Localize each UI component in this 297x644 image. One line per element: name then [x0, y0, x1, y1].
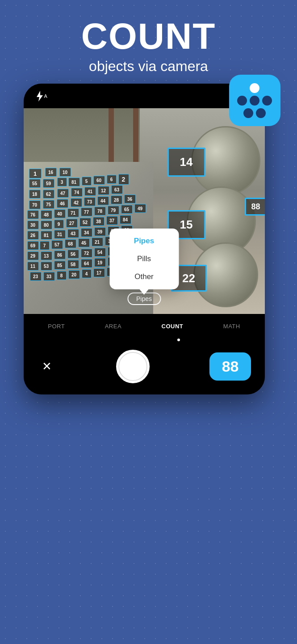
dropdown-item-pills[interactable]: Pills: [109, 250, 179, 268]
num-box: 42: [71, 198, 82, 207]
num-box-large-88: 88: [245, 198, 265, 216]
num-box: 69: [27, 241, 39, 250]
num-box: 73: [84, 197, 96, 206]
num-box: 59: [43, 179, 54, 188]
phone-top-bar: A i: [24, 84, 265, 108]
num-box: 16: [45, 168, 57, 177]
num-box: 60: [93, 176, 105, 185]
num-box: 64: [81, 259, 92, 268]
num-box: 68: [65, 239, 76, 248]
num-box: 56: [67, 250, 79, 258]
num-box: 19: [94, 258, 106, 267]
num-box: 63: [111, 185, 123, 194]
icon-dot: [256, 108, 266, 118]
sub-title: objects via camera: [18, 58, 279, 75]
num-box: 3: [57, 178, 67, 186]
num-box: 40: [54, 209, 66, 218]
num-box: 85: [54, 261, 66, 270]
num-box: 53: [41, 262, 52, 271]
num-box: 2: [118, 174, 129, 185]
num-box: 37: [106, 216, 118, 225]
num-box: 72: [81, 249, 92, 258]
nav-tabs: PORT AREA COUNT MATH: [24, 318, 265, 334]
camera-view: 1 16 10 55 59 3 81 5 60 6 2 18 62 47 74 …: [24, 108, 265, 314]
num-box: 65: [121, 205, 133, 214]
shutter-button[interactable]: [116, 350, 150, 383]
num-box: 8: [57, 271, 67, 280]
active-tab-dot: [177, 339, 180, 341]
close-button[interactable]: ✕: [37, 357, 57, 377]
num-box: 78: [94, 207, 106, 216]
flash-icon[interactable]: A: [35, 91, 47, 102]
num-box: 17: [93, 268, 105, 277]
num-box: 12: [98, 186, 109, 195]
icon-dot: [243, 108, 253, 118]
bottom-controls: ✕ 88: [24, 343, 265, 394]
num-box: 38: [93, 217, 105, 226]
num-box-large-14: 14: [167, 148, 205, 177]
num-box: 46: [57, 199, 68, 208]
dropdown-item-pipes[interactable]: Pipes: [109, 232, 179, 250]
num-box: 44: [97, 196, 109, 205]
num-box: 20: [68, 270, 80, 279]
phone-frame: A i: [24, 84, 265, 394]
num-box: 1: [29, 169, 42, 178]
tab-area[interactable]: AREA: [101, 321, 125, 331]
num-box: 47: [57, 189, 69, 198]
tab-port[interactable]: PORT: [44, 321, 68, 331]
dropdown-item-other[interactable]: Other: [109, 268, 179, 286]
num-box: 54: [94, 248, 106, 257]
num-box: 23: [30, 272, 42, 281]
num-box: 28: [111, 195, 122, 204]
num-box: 7: [40, 241, 50, 250]
num-box: 80: [41, 220, 52, 229]
num-box: 41: [84, 187, 96, 196]
num-box: 70: [29, 200, 41, 209]
num-box: 49: [134, 204, 146, 213]
icon-dot: [237, 96, 247, 106]
tab-math[interactable]: MATH: [220, 321, 244, 331]
num-box: 62: [43, 190, 54, 199]
num-box: 31: [54, 230, 66, 239]
nav-indicator: [24, 335, 265, 343]
dropdown-menu: Pipes Pills Other: [109, 229, 179, 289]
num-box: 30: [27, 220, 39, 229]
num-box: 76: [27, 210, 39, 219]
num-box: 71: [67, 208, 79, 217]
num-box: 33: [43, 272, 55, 281]
num-box: 11: [27, 262, 39, 271]
num-box: 4: [82, 269, 92, 278]
dropdown-triangle: [140, 289, 149, 295]
tab-count[interactable]: COUNT: [158, 321, 187, 331]
num-box: 57: [51, 240, 63, 249]
num-box: 81: [41, 231, 52, 240]
app-icon[interactable]: [229, 75, 280, 126]
num-box: 18: [29, 190, 41, 199]
num-box: 84: [120, 215, 131, 224]
num-box: 6: [107, 175, 117, 184]
icon-dot: [250, 83, 259, 93]
shutter-inner: [118, 352, 147, 381]
num-box: 55: [29, 179, 41, 188]
main-title: COUNT: [18, 18, 279, 55]
icon-dot: [250, 96, 259, 106]
num-box: 26: [27, 231, 39, 240]
num-box: 74: [71, 188, 83, 197]
num-box: 27: [66, 219, 78, 228]
icon-dot: [262, 96, 272, 106]
num-box: 45: [78, 238, 90, 247]
svg-marker-0: [37, 91, 43, 102]
num-box: 43: [67, 229, 79, 238]
num-box: 21: [92, 237, 103, 246]
num-box: 29: [27, 251, 39, 260]
num-box: 77: [81, 208, 92, 216]
count-badge: 88: [209, 352, 251, 381]
num-box: 36: [124, 195, 136, 203]
num-box: 81: [68, 178, 80, 186]
num-box: 39: [94, 227, 106, 236]
bottom-bar: PORT AREA COUNT MATH ✕ 88: [24, 314, 265, 394]
num-box: 52: [79, 218, 91, 227]
num-box: 9: [54, 220, 64, 229]
num-box: 10: [59, 168, 71, 177]
header-section: COUNT objects via camera: [0, 0, 297, 84]
